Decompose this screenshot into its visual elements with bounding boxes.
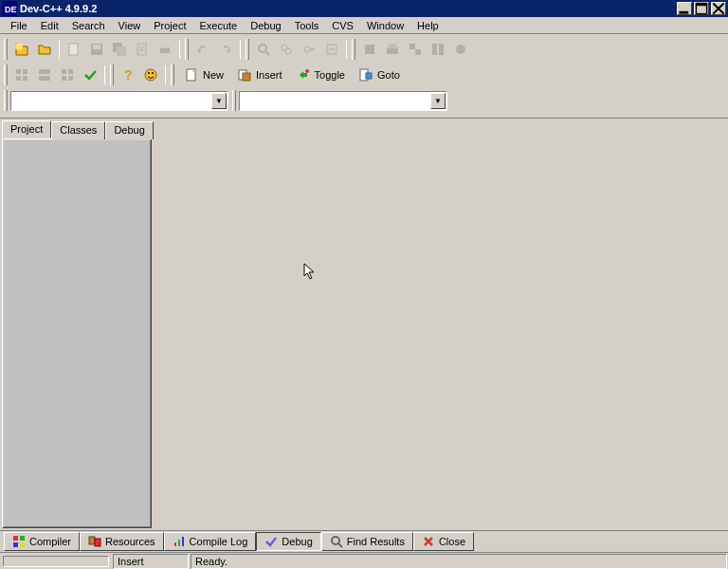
find-button[interactable] xyxy=(252,38,275,61)
menu-file[interactable]: File xyxy=(4,19,34,32)
compile-button[interactable] xyxy=(358,38,381,61)
dropdown-arrow-icon[interactable]: ▼ xyxy=(430,93,446,109)
btm-tab-find-results[interactable]: Find Results xyxy=(321,532,413,551)
tab-classes[interactable]: Classes xyxy=(51,121,105,139)
toolbar-grip[interactable] xyxy=(4,90,8,111)
svg-rect-31 xyxy=(39,69,50,74)
btm-tab-label: Find Results xyxy=(347,536,405,547)
new-file-button[interactable] xyxy=(63,38,85,61)
run-button[interactable] xyxy=(381,38,404,61)
btm-tab-resources[interactable]: Resources xyxy=(80,532,164,551)
insert-button[interactable]: Insert xyxy=(230,64,289,86)
combo-right[interactable]: ▼ xyxy=(239,91,447,111)
goto-label: Goto xyxy=(377,69,400,81)
tab-debug[interactable]: Debug xyxy=(105,121,153,139)
insert-icon xyxy=(237,67,252,83)
replace-button[interactable] xyxy=(275,38,298,61)
editor-area[interactable] xyxy=(154,119,728,530)
goto-icon xyxy=(358,67,373,83)
toolbar-grip[interactable] xyxy=(185,39,189,60)
window-controls xyxy=(675,2,726,15)
insert-label: Insert xyxy=(256,69,282,81)
new-button[interactable]: New xyxy=(177,64,230,86)
tab-project[interactable]: Project xyxy=(2,120,51,138)
search-icon xyxy=(330,535,343,548)
save-button[interactable] xyxy=(85,38,108,61)
svg-point-38 xyxy=(145,69,156,81)
compile-run-button[interactable] xyxy=(404,38,427,61)
btm-tab-compile-log[interactable]: Compile Log xyxy=(164,532,257,551)
svg-rect-52 xyxy=(95,539,100,546)
svg-rect-29 xyxy=(16,76,21,81)
close-button[interactable] xyxy=(711,2,726,15)
btm-tab-label: Close xyxy=(439,536,465,547)
btm-tab-label: Compile Log xyxy=(190,536,248,547)
toolbar-grip[interactable] xyxy=(4,39,8,60)
menu-help[interactable]: Help xyxy=(410,19,446,32)
svg-point-26 xyxy=(456,45,465,54)
menu-cvs[interactable]: CVS xyxy=(325,19,360,32)
menu-view[interactable]: View xyxy=(112,19,148,32)
redo-button[interactable] xyxy=(214,38,237,61)
side-panel: Project Classes Debug xyxy=(0,119,154,530)
svg-rect-22 xyxy=(410,44,415,49)
status-bar: Insert Ready. xyxy=(0,553,728,569)
menu-project[interactable]: Project xyxy=(147,19,192,32)
status-insert-mode: Insert xyxy=(113,554,189,569)
undo-button[interactable] xyxy=(191,38,214,61)
toolbar-grip[interactable] xyxy=(110,64,114,85)
svg-point-56 xyxy=(332,537,339,544)
menu-tools[interactable]: Tools xyxy=(288,19,326,32)
help-button[interactable]: ? xyxy=(117,64,139,86)
svg-point-17 xyxy=(304,46,310,52)
btm-tab-debug[interactable]: Debug xyxy=(256,532,320,551)
menu-search[interactable]: Search xyxy=(65,19,112,32)
svg-point-5 xyxy=(15,43,23,50)
svg-rect-24 xyxy=(432,44,437,55)
svg-rect-46 xyxy=(366,73,372,79)
tb-grid3-button[interactable] xyxy=(56,64,79,86)
print-button[interactable] xyxy=(154,38,176,61)
svg-rect-43 xyxy=(243,73,250,81)
toggle-button[interactable]: Toggle xyxy=(289,64,352,86)
log-icon xyxy=(173,535,186,548)
svg-rect-34 xyxy=(68,69,73,74)
svg-rect-23 xyxy=(415,49,421,55)
menu-window[interactable]: Window xyxy=(360,19,410,32)
svg-rect-48 xyxy=(20,536,25,541)
side-tabs: Project Classes Debug xyxy=(2,120,152,138)
toolbar-grip[interactable] xyxy=(246,39,249,60)
goto-line-button[interactable] xyxy=(320,38,343,61)
toolbar-grip[interactable] xyxy=(232,90,236,111)
combo-left[interactable]: ▼ xyxy=(10,91,228,111)
open-project-button[interactable] xyxy=(33,38,56,61)
toolbar-grip[interactable] xyxy=(171,64,174,85)
toolbar-grip[interactable] xyxy=(4,64,8,85)
tb-grid1-button[interactable] xyxy=(10,64,33,86)
new-project-button[interactable] xyxy=(10,38,33,61)
workspace: Project Classes Debug xyxy=(0,119,728,530)
goto-button[interactable]: Goto xyxy=(352,64,407,86)
project-tree[interactable] xyxy=(2,138,152,528)
check-button[interactable] xyxy=(79,64,101,86)
btm-tab-compiler[interactable]: Compiler xyxy=(4,532,80,551)
tb-grid2-button[interactable] xyxy=(33,64,56,86)
find-next-button[interactable] xyxy=(298,38,320,61)
toggle-icon xyxy=(296,67,311,83)
rebuild-button[interactable] xyxy=(427,38,449,61)
close-file-button[interactable] xyxy=(131,38,154,61)
menu-debug[interactable]: Debug xyxy=(244,19,287,32)
svg-rect-35 xyxy=(62,76,66,81)
btm-tab-close[interactable]: Close xyxy=(413,532,474,551)
maximize-button[interactable] xyxy=(694,2,709,15)
menu-execute[interactable]: Execute xyxy=(192,19,244,32)
about-button[interactable] xyxy=(139,64,162,86)
toolbar-grip[interactable] xyxy=(352,39,355,60)
menu-edit[interactable]: Edit xyxy=(34,19,65,32)
svg-rect-2 xyxy=(679,11,688,14)
debug-button[interactable] xyxy=(449,38,472,61)
save-all-button[interactable] xyxy=(108,38,131,61)
minimize-button[interactable] xyxy=(677,2,692,15)
dropdown-arrow-icon[interactable]: ▼ xyxy=(211,93,227,109)
svg-point-16 xyxy=(285,48,291,54)
